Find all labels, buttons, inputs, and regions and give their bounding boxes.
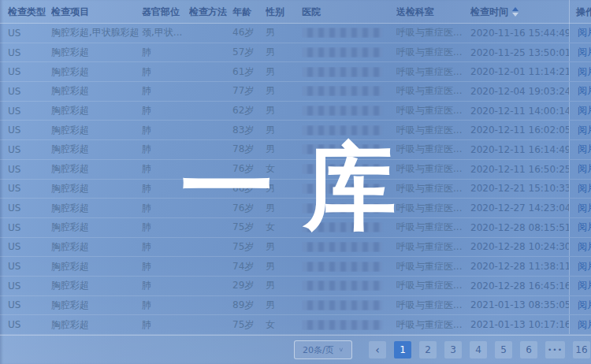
cell-time: 2020-11-25 13:50:01 (470, 47, 569, 58)
cell-type: US (8, 280, 51, 292)
cell-type: US (8, 86, 51, 97)
column-header-label: 操作 (576, 6, 591, 19)
cell-gender: 女 (266, 162, 302, 176)
cell-action: 阅片 (569, 277, 591, 295)
cell-action: 阅片 (569, 238, 591, 257)
cell-age: 83岁 (232, 124, 266, 137)
cell-hospital (302, 203, 396, 214)
cell-action: 阅片 (569, 199, 591, 217)
page-button-4[interactable]: 4 (470, 341, 487, 358)
hospital-redacted-block (302, 280, 382, 291)
cell-item: 胸腔彩超 (51, 46, 142, 59)
cell-hospital (302, 67, 396, 77)
cell-hospital (302, 47, 396, 58)
view-images-link[interactable]: 阅片 (578, 240, 591, 254)
table-row: US胸腔彩超肺77岁男呼吸与重症医...2020-12-04 19:03:24阅… (0, 82, 591, 102)
view-images-link[interactable]: 阅片 (578, 65, 591, 79)
cell-action: 阅片 (569, 82, 591, 101)
column-header-item: 检查项目 (51, 6, 142, 19)
page-button-1[interactable]: 1 (394, 341, 411, 358)
view-images-link[interactable]: 阅片 (578, 104, 591, 117)
view-images-link[interactable]: 阅片 (578, 182, 591, 195)
column-header-dept: 送检科室 (396, 6, 470, 19)
view-images-link[interactable]: 阅片 (578, 221, 591, 234)
page-button-16[interactable]: 16 (573, 341, 590, 358)
cell-hospital (302, 106, 396, 116)
column-header-hospital: 医院 (302, 6, 396, 19)
cell-gender: 男 (266, 202, 302, 215)
view-images-link[interactable]: 阅片 (578, 279, 591, 292)
chevron-down-icon: ∨ (339, 347, 344, 353)
cell-type: US (8, 164, 51, 175)
cell-item: 胸腔彩超 (51, 299, 142, 312)
cell-part: 肺 (142, 84, 189, 98)
column-header-label: 检查项目 (51, 6, 89, 19)
column-header-time[interactable]: 检查时间 (470, 6, 569, 19)
table-row: US胸腔彩超肺83岁男呼吸与重症医...2020-12-11 16:02:05阅… (0, 121, 591, 140)
cell-dept: 呼吸与重症医... (396, 260, 470, 273)
view-images-link[interactable]: 阅片 (578, 143, 591, 156)
table-body: US胸腔彩超,甲状腺彩超颈,甲状...46岁男呼吸与重症医...2020-11-… (0, 24, 591, 335)
column-header-gender: 性别 (266, 6, 302, 19)
view-images-link[interactable]: 阅片 (578, 124, 591, 137)
cell-item: 胸腔彩超 (51, 84, 142, 98)
cell-part: 颈,甲状... (142, 26, 189, 39)
column-header-label: 检查时间 (470, 6, 508, 19)
cell-part: 肺 (142, 162, 189, 176)
hospital-redacted-block (302, 144, 382, 154)
page-size-label: 20条/页 (303, 344, 334, 356)
table-row: US胸腔彩超肺78岁男呼吸与重症医...2020-12-11 16:14:49阅… (0, 140, 591, 160)
cell-type: US (8, 319, 51, 330)
cell-type: US (8, 47, 51, 58)
hospital-redacted-block (302, 86, 382, 96)
more-pages-button[interactable]: ••• (545, 341, 565, 358)
cell-time: 2020-12-28 08:15:51 (470, 222, 569, 233)
cell-hospital (302, 242, 396, 252)
cell-hospital (302, 86, 396, 96)
hospital-redacted-block (302, 106, 382, 116)
page-button-5[interactable]: 5 (495, 341, 512, 358)
table-row: US胸腔彩超肺61岁男呼吸与重症医...2020-12-01 11:14:21阅… (0, 62, 591, 82)
page-button-6[interactable]: 6 (520, 341, 537, 358)
cell-hospital (302, 280, 396, 291)
cell-time: 2020-12-04 19:03:24 (470, 86, 569, 97)
cell-action: 阅片 (569, 102, 591, 121)
view-images-link[interactable]: 阅片 (578, 46, 591, 59)
view-images-link[interactable]: 阅片 (578, 202, 591, 215)
cell-gender: 男 (266, 46, 302, 59)
view-images-link[interactable]: 阅片 (578, 84, 591, 98)
exam-list-screen: 检查类型检查项目器官部位检查方法年龄性别医院送检科室检查时间操作 US胸腔彩超,… (0, 0, 591, 364)
view-images-link[interactable]: 阅片 (578, 318, 591, 332)
cell-action: 阅片 (569, 218, 591, 237)
view-images-link[interactable]: 阅片 (578, 299, 591, 312)
prev-page-button[interactable]: ‹ (369, 341, 386, 358)
table-row: US胸腔彩超肺57岁男呼吸与重症医...2020-11-25 13:50:01阅… (0, 43, 591, 63)
pager: ‹ 123456•••16 (365, 341, 591, 358)
column-header-label: 送检科室 (396, 6, 434, 19)
cell-age: 76岁 (232, 202, 266, 215)
cell-action: 阅片 (569, 43, 591, 62)
cell-hospital (302, 144, 396, 154)
cell-age: 61岁 (232, 65, 266, 79)
table-row: US胸腔彩超肺66岁男呼吸与重症医...2020-12-21 15:10:33阅… (0, 180, 591, 199)
page-size-select[interactable]: 20条/页 ∨ (294, 340, 352, 359)
cell-type: US (8, 106, 51, 117)
view-images-link[interactable]: 阅片 (578, 162, 591, 176)
column-header-action: 操作 (569, 0, 591, 24)
page-button-2[interactable]: 2 (419, 341, 437, 358)
cell-part: 肺 (142, 299, 189, 312)
table-row: US胸腔彩超肺75岁女呼吸与重症医...2021-01-13 10:17:16阅… (0, 315, 591, 335)
sort-caret-icon[interactable] (512, 7, 519, 17)
cell-dept: 呼吸与重症医... (396, 299, 470, 312)
cell-action: 阅片 (569, 257, 591, 276)
cell-hospital (302, 222, 396, 232)
page-button-3[interactable]: 3 (444, 341, 462, 358)
view-images-link[interactable]: 阅片 (578, 260, 591, 273)
cell-part: 肺 (142, 202, 189, 215)
cell-gender: 男 (266, 84, 302, 98)
view-images-link[interactable]: 阅片 (578, 26, 591, 39)
cell-dept: 呼吸与重症医... (396, 240, 470, 254)
table-row: US胸腔彩超肺76岁女呼吸与重症医...2020-12-11 16:50:25阅… (0, 160, 591, 180)
cell-time: 2020-12-11 16:50:25 (470, 164, 569, 175)
cell-age: 46岁 (232, 26, 266, 39)
